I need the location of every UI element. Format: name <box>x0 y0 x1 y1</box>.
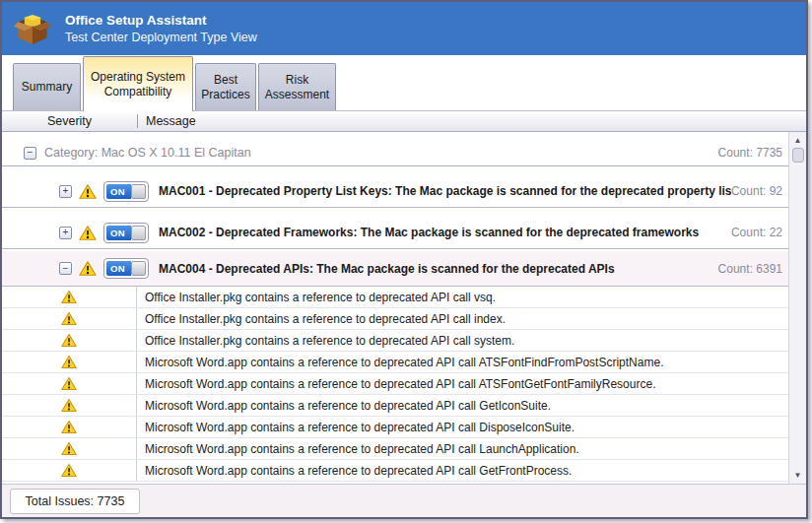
rule-toggle-on[interactable]: ON <box>103 258 149 279</box>
issue-row[interactable]: Office Installer.pkg contains a referenc… <box>2 287 788 308</box>
issue-row[interactable]: Microsoft Word.app contains a reference … <box>2 460 788 482</box>
severity-cell <box>2 373 137 394</box>
spacer <box>2 132 788 140</box>
issue-message: Office Installer.pkg contains a referenc… <box>137 334 514 348</box>
tab-label: Summary <box>22 80 72 95</box>
column-header-message[interactable]: Message <box>138 114 196 128</box>
warning-icon <box>61 463 77 478</box>
severity-cell <box>2 330 137 351</box>
rule-toggle-on[interactable]: ON <box>103 181 149 202</box>
warning-icon <box>61 311 77 326</box>
issue-row[interactable]: Microsoft Word.app contains a reference … <box>2 417 788 438</box>
toggle-knob[interactable] <box>131 226 146 240</box>
severity-cell <box>2 395 137 416</box>
issue-message: Microsoft Word.app contains a reference … <box>137 442 579 456</box>
issue-row[interactable]: Office Installer.pkg contains a referenc… <box>2 330 788 352</box>
grid-rows: − Category: Mac OS X 10.11 El Capitan Co… <box>2 132 788 484</box>
expand-icon[interactable]: + <box>59 227 72 239</box>
issue-row[interactable]: Office Installer.pkg contains a referenc… <box>2 308 788 330</box>
rule-row-mac001[interactable]: + ON MAC001 - Deprecated Property List K… <box>2 175 788 208</box>
collapse-icon[interactable]: − <box>24 147 36 160</box>
tab-risk-assessment[interactable]: Risk Assessment <box>258 63 336 110</box>
issue-message: Office Installer.pkg contains a referenc… <box>137 312 506 326</box>
grid-column-headers: Severity Message <box>2 110 806 132</box>
toggle-on-label: ON <box>106 186 125 197</box>
warning-icon <box>61 441 77 456</box>
titlebar: Office Setup Assistant Test Center Deplo… <box>2 2 806 55</box>
warning-icon <box>79 183 97 200</box>
severity-cell <box>2 352 137 372</box>
warning-icon <box>79 260 97 277</box>
toggle-on-label: ON <box>106 228 125 238</box>
toggle-knob[interactable] <box>131 184 146 199</box>
warning-icon <box>61 355 77 369</box>
rule-count: Count: 22 <box>731 226 788 239</box>
issue-row[interactable]: Microsoft Word.app contains a reference … <box>2 395 788 417</box>
app-window: Office Setup Assistant Test Center Deplo… <box>0 0 808 519</box>
category-row[interactable]: − Category: Mac OS X 10.11 El Capitan Co… <box>2 140 788 166</box>
issue-message: Microsoft Word.app contains a reference … <box>137 421 575 434</box>
severity-cell <box>2 460 137 481</box>
issue-row[interactable]: Microsoft Word.app contains a reference … <box>2 373 788 395</box>
issue-message: Microsoft Word.app contains a reference … <box>137 399 551 413</box>
rule-title: MAC001 - Deprecated Property List Keys: … <box>159 184 731 198</box>
category-count: Count: 7735 <box>718 146 788 160</box>
toggle-track: ON <box>106 261 131 276</box>
tab-label: Risk Assessment <box>263 73 331 102</box>
toggle-knob[interactable] <box>131 261 146 276</box>
category-label: Category: Mac OS X 10.11 El Capitan <box>44 146 251 160</box>
rule-title: MAC002 - Deprecated Frameworks: The Mac … <box>159 226 699 239</box>
tab-label: Operating System Compatibility <box>88 70 188 99</box>
title-block: Office Setup Assistant Test Center Deplo… <box>65 13 257 44</box>
severity-cell <box>2 417 137 437</box>
severity-cell <box>2 287 137 307</box>
toggle-on-label: ON <box>106 263 125 274</box>
spacer <box>2 166 788 175</box>
rule-toggle-on[interactable]: ON <box>103 223 149 243</box>
toggle-track: ON <box>106 184 131 199</box>
issue-message: Microsoft Word.app contains a reference … <box>137 377 655 391</box>
issue-message: Microsoft Word.app contains a reference … <box>137 464 572 478</box>
rule-count: Count: 92 <box>731 184 788 198</box>
results-grid: − Category: Mac OS X 10.11 El Capitan Co… <box>2 132 806 484</box>
package-box-icon <box>13 12 52 46</box>
app-subtitle: Test Center Deployment Type View <box>65 31 257 44</box>
warning-icon <box>61 376 77 391</box>
spacer <box>2 208 788 217</box>
expand-icon[interactable]: + <box>59 185 72 198</box>
warning-icon <box>61 398 77 413</box>
issue-row[interactable]: Microsoft Word.app contains a reference … <box>2 352 788 373</box>
issue-row[interactable]: Microsoft Word.app contains a reference … <box>2 438 788 460</box>
vertical-scrollbar[interactable]: ▲ ▼ <box>788 132 806 484</box>
rule-title: MAC004 - Deprecated APIs: The Mac packag… <box>159 262 615 276</box>
severity-cell <box>2 438 137 459</box>
total-issues-badge: Total Issues: 7735 <box>10 489 140 514</box>
warning-icon <box>61 290 77 304</box>
scrollbar-thumb[interactable] <box>792 148 804 163</box>
scroll-down-icon[interactable]: ▼ <box>790 468 806 483</box>
warning-icon <box>61 420 77 434</box>
toggle-track: ON <box>106 226 131 240</box>
rule-count: Count: 6391 <box>718 262 788 276</box>
tab-label: Best Practices <box>200 73 251 102</box>
status-bar: Total Issues: 7735 <box>2 484 806 517</box>
tab-operating-system-compatibility[interactable]: Operating System Compatibility <box>83 56 193 111</box>
tab-summary[interactable]: Summary <box>13 63 81 110</box>
column-header-severity[interactable]: Severity <box>2 114 137 128</box>
severity-cell <box>2 308 137 329</box>
warning-icon <box>79 225 97 241</box>
warning-icon <box>61 333 77 348</box>
tab-strip: Summary Operating System Compatibility B… <box>2 55 806 110</box>
tab-best-practices[interactable]: Best Practices <box>195 63 256 110</box>
scroll-up-icon[interactable]: ▲ <box>790 133 806 148</box>
rule-row-mac002[interactable]: + ON MAC002 - Deprecated Frameworks: The… <box>2 217 788 249</box>
rule-row-mac004[interactable]: − ON MAC004 - Deprecated APIs: The Mac p… <box>2 251 788 287</box>
app-title: Office Setup Assistant <box>65 13 257 28</box>
collapse-icon[interactable]: − <box>59 262 72 275</box>
issue-message: Office Installer.pkg contains a referenc… <box>137 291 496 304</box>
issue-message: Microsoft Word.app contains a reference … <box>137 356 663 369</box>
